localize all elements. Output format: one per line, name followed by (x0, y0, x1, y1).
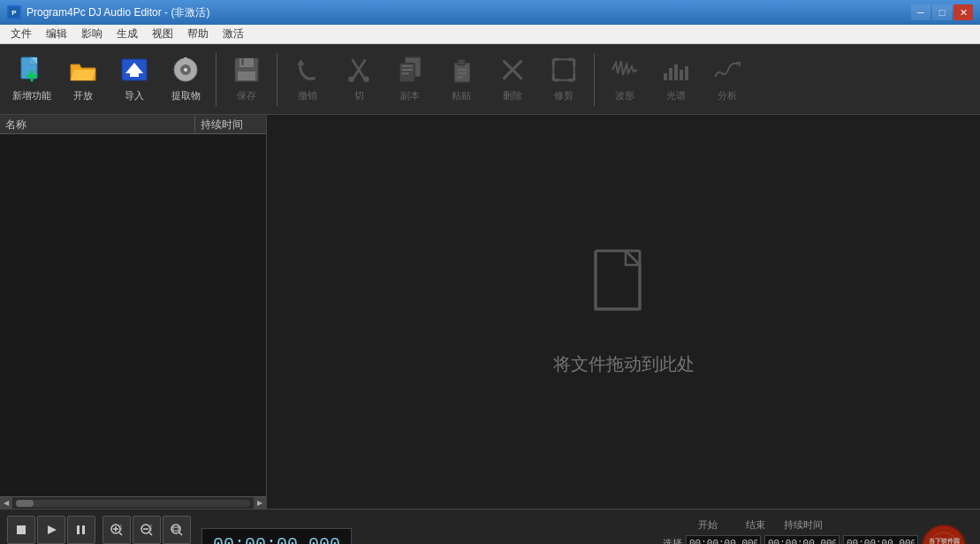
file-list-scrollbar: ◀ ▶ (0, 496, 266, 509)
zoom-in-v-button[interactable] (103, 516, 131, 544)
time-display: 00:00:00.000 (201, 528, 352, 544)
svg-point-21 (363, 76, 368, 81)
file-list-content[interactable] (0, 134, 266, 496)
toolbar: 新增功能 开放 导入 (0, 44, 980, 115)
svg-rect-8 (130, 72, 139, 77)
toolbar-spectrum-button[interactable]: 光谱 (651, 49, 701, 110)
toolbar-sep-2 (277, 53, 277, 106)
menu-effects[interactable]: 影响 (74, 25, 110, 43)
menu-generate[interactable]: 生成 (110, 25, 145, 43)
toolbar-group-edit: 撤销 切 (283, 49, 589, 110)
extract-label: 提取物 (171, 89, 201, 102)
copy-label: 副本 (400, 89, 420, 102)
svg-rect-51 (77, 525, 80, 534)
delete-label: 删除 (503, 89, 522, 102)
toolbar-extract-button[interactable]: 提取物 (161, 49, 210, 110)
watermark-logo: 当下软件园 www.downxia.com (922, 525, 966, 544)
toolbar-paste-button[interactable]: 粘贴 (437, 49, 486, 110)
paste-icon (447, 56, 475, 87)
save-icon (232, 56, 261, 87)
svg-rect-49 (17, 525, 26, 534)
svg-rect-15 (241, 58, 244, 65)
analyze-label: 分析 (718, 89, 737, 102)
toolbar-analyze-button[interactable]: 分析 (703, 49, 752, 110)
svg-rect-28 (458, 59, 466, 64)
drop-file-icon (589, 247, 659, 338)
scroll-right-arrow[interactable]: ▶ (254, 497, 266, 510)
cut-icon (345, 56, 373, 87)
svg-rect-45 (674, 64, 678, 80)
toolbar-save-button[interactable]: 保存 (222, 49, 271, 110)
svg-marker-17 (297, 59, 305, 64)
zoom-fit-v-button[interactable] (163, 516, 191, 544)
close-button[interactable]: ✕ (953, 4, 973, 20)
zoom-out-v-button[interactable] (133, 516, 161, 544)
copy-icon (396, 56, 424, 87)
svg-rect-16 (238, 72, 255, 80)
toolbar-undo-button[interactable]: 撤销 (283, 49, 332, 110)
menu-activate[interactable]: 激活 (216, 25, 251, 43)
title-bar: P Program4Pc DJ Audio Editor - (非激活) ─ □… (0, 0, 980, 25)
waveform-label: 波形 (615, 89, 634, 102)
toolbar-trim-button[interactable]: 修剪 (539, 49, 589, 110)
save-label: 保存 (237, 89, 256, 102)
svg-rect-69 (173, 527, 179, 531)
stop-button[interactable] (7, 516, 35, 544)
minimize-button[interactable]: ─ (911, 4, 931, 20)
file-list: 名称 持续时间 ◀ ▶ (0, 115, 267, 509)
transport-controls (7, 516, 95, 545)
selection-row-label: 选择 (656, 537, 682, 545)
svg-line-68 (179, 533, 182, 535)
svg-rect-44 (669, 68, 672, 80)
svg-rect-34 (553, 59, 574, 79)
analyze-icon (713, 56, 741, 87)
svg-rect-47 (685, 66, 688, 80)
menu-edit[interactable]: 编辑 (39, 25, 74, 43)
import-label: 导入 (125, 89, 144, 102)
menu-help[interactable]: 帮助 (180, 25, 216, 43)
toolbar-sep-1 (216, 53, 217, 106)
scrollbar-track[interactable] (16, 500, 250, 507)
header-end: 结束 (733, 518, 778, 532)
open-icon (69, 56, 97, 87)
toolbar-import-button[interactable]: 导入 (110, 49, 159, 110)
toolbar-group-save: 保存 (222, 49, 271, 110)
menu-view[interactable]: 视图 (145, 25, 180, 43)
waveform-drop-area[interactable]: 将文件拖动到此处 (267, 115, 980, 509)
toolbar-copy-button[interactable]: 副本 (385, 49, 435, 110)
toolbar-delete-button[interactable]: 删除 (488, 49, 537, 110)
play-button[interactable] (37, 516, 65, 544)
svg-point-20 (348, 76, 353, 81)
delete-icon (498, 56, 527, 87)
menu-file[interactable]: 文件 (4, 25, 39, 43)
selection-end-field[interactable] (764, 535, 839, 544)
scrollbar-thumb[interactable] (16, 500, 34, 507)
svg-rect-43 (664, 73, 667, 80)
header-duration: 持续时间 (781, 518, 825, 532)
info-panel: 开始 结束 持续时间 选择 视图 (656, 518, 918, 544)
paste-label: 粘贴 (452, 89, 471, 102)
toolbar-waveform-button[interactable]: 波形 (600, 49, 650, 110)
info-header-row: 开始 结束 持续时间 (656, 518, 918, 532)
svg-rect-24 (401, 65, 413, 67)
selection-start-field[interactable] (686, 535, 761, 544)
maximize-button[interactable]: □ (932, 4, 952, 20)
drop-text: 将文件拖动到此处 (553, 352, 695, 376)
scroll-left-arrow[interactable]: ◀ (0, 497, 12, 510)
editor-area: 将文件拖动到此处 (267, 115, 980, 509)
cut-label: 切 (354, 89, 364, 102)
selection-row: 选择 (656, 535, 918, 544)
trim-label: 修剪 (554, 89, 574, 102)
waveform-icon (611, 56, 639, 87)
pause-button[interactable] (67, 516, 95, 544)
svg-rect-52 (82, 525, 85, 534)
selection-duration-field[interactable] (843, 535, 918, 544)
toolbar-cut-button[interactable]: 切 (334, 49, 384, 110)
svg-rect-46 (680, 70, 683, 80)
trim-icon (550, 56, 578, 87)
col-duration: 持续时间 (195, 115, 266, 133)
toolbar-open-button[interactable]: 开放 (58, 49, 108, 110)
toolbar-new-button[interactable]: 新增功能 (7, 49, 57, 110)
window-title: Program4Pc DJ Audio Editor - (非激活) (27, 5, 911, 20)
svg-marker-50 (48, 525, 57, 534)
